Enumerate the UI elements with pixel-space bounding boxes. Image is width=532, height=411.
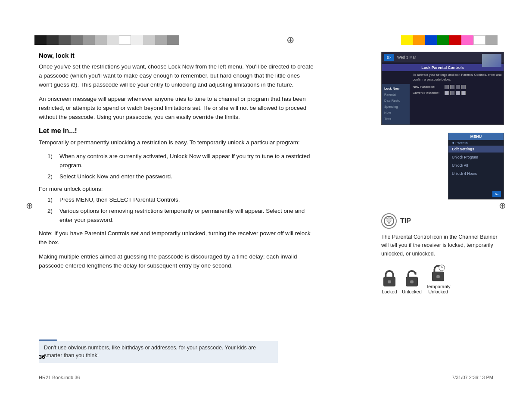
tv-logo: D> (384, 54, 394, 61)
list-num: 2) (47, 172, 59, 181)
tv-passcode-dots2 (445, 91, 466, 95)
list-num: 1) (47, 196, 59, 205)
crosshair-top: ⊕ (286, 34, 294, 46)
list-text: When any controls are currently activate… (59, 152, 314, 170)
menu-wrap: MENU ◄ Parental Edit Settings Unlock Pro… (381, 133, 504, 206)
svg-rect-15 (436, 275, 440, 278)
lightbulb-icon (383, 215, 395, 227)
tv-menu-item: Parental (383, 92, 408, 98)
list-num: 2) (47, 207, 59, 216)
locked-icon-item: Locked (381, 269, 398, 294)
menu-title-bar: MENU (448, 133, 504, 140)
section1-para1: Once you've set the restrictions you wan… (39, 62, 314, 90)
tv-left-menu: Lock Now Parental Disc Restr. Spending N… (382, 84, 410, 125)
tv-passcode-dots1 (445, 85, 466, 89)
tv-menu-item: Disc Restr. (383, 98, 408, 104)
top-bar: ⊕ (0, 34, 532, 46)
list-num: 1) (47, 152, 59, 161)
tv-dot (461, 85, 466, 89)
menu-item: Unlock Program (448, 153, 504, 162)
list-text: Press MENU, then SELECT Parental Control… (59, 196, 314, 205)
svg-rect-8 (388, 280, 391, 283)
tv-screenshot: D> Wed 3 Mar Lock Parental Controls Lock… (381, 52, 504, 125)
grayscale-swatches (34, 35, 179, 45)
svg-line-5 (386, 218, 387, 219)
svg-point-1 (387, 218, 391, 223)
tv-menu-item: Time (383, 116, 408, 122)
tip-header: TIP (381, 213, 504, 229)
tv-passcode-row1: New Passcode: (413, 85, 502, 89)
tv-passcode-label2: Current Passcode: (413, 91, 443, 95)
for-more-label: For more unlock options: (39, 186, 314, 192)
svg-rect-10 (410, 280, 414, 283)
right-panel: D> Wed 3 Mar Lock Parental Controls Lock… (381, 52, 504, 294)
main-content: Now, lock it Once you've set the restric… (39, 52, 314, 276)
tv-dot (461, 91, 466, 95)
menu-item: Unlock 4 Hours (448, 170, 504, 178)
temp-unlocked-icon-item: TemporarilyUnlocked (426, 264, 451, 294)
menu-bottom-logo: D> (492, 191, 501, 197)
border-mark-top-right (506, 47, 506, 55)
tv-thumbnail (482, 54, 501, 67)
tv-main-body: To activate your settings and lock Paren… (411, 71, 504, 125)
list-item: 1) Press MENU, then SELECT Parental Cont… (47, 196, 314, 205)
unlocked-label: Unlocked (402, 289, 422, 294)
menu-screenshot: MENU ◄ Parental Edit Settings Unlock Pro… (448, 133, 504, 199)
tv-dot (450, 91, 454, 95)
svg-rect-2 (388, 223, 390, 224)
note2-text: Making multiple entries aimed at guessin… (39, 252, 314, 271)
menu-item-list: Unlock Program Unlock All Unlock 4 Hours (448, 153, 504, 178)
tv-logo-text: Wed 3 Mar (397, 55, 416, 59)
page-number: 36 (39, 354, 45, 360)
border-mark-bot-right (506, 359, 506, 368)
tv-menu-item: Spending (383, 104, 408, 110)
list-item: 1) When any controls are currently activ… (47, 152, 314, 170)
tip-icon (381, 213, 397, 229)
unlocked-icon (404, 269, 420, 287)
tv-passcode-label1: New Passcode: (413, 85, 443, 89)
section2-list1: 1) When any controls are currently activ… (47, 152, 314, 181)
unlocked-icon-item: Unlocked (402, 269, 422, 294)
menu-back-button: ◄ Parental (448, 140, 504, 146)
svg-rect-3 (388, 224, 390, 224)
crosshair-left: ⊕ (26, 200, 33, 211)
tv-passcode-row2: Current Passcode: (413, 91, 502, 95)
temp-unlocked-label: TemporarilyUnlocked (426, 284, 451, 294)
tip-label: TIP (400, 217, 411, 225)
border-mark-bot-left (26, 359, 26, 368)
tip-text: The Parental Control icon in the Channel… (381, 233, 504, 258)
tip-box: TIP The Parental Control icon in the Cha… (381, 213, 504, 294)
footer: HR21 Book.indb 36 7/31/07 2:36:13 PM (39, 375, 493, 380)
list-item: 2) Select Unlock Now and enter the passw… (47, 172, 314, 181)
tv-dot (445, 91, 449, 95)
note-box: Don't use obvious numbers, like birthday… (39, 341, 278, 363)
temporarily-unlocked-icon (430, 264, 446, 282)
menu-selected-item: Edit Settings (448, 146, 504, 153)
tv-dot (445, 85, 449, 89)
tv-dot (456, 91, 460, 95)
note-text: Don't use obvious numbers, like birthday… (44, 345, 256, 358)
section1-para2: An onscreen message will appear whenever… (39, 95, 314, 122)
note1-text: Note: If you have Parental Controls set … (39, 229, 314, 247)
menu-item: Unlock All (448, 162, 504, 170)
list-text: Select Unlock Now and enter the password… (59, 172, 314, 181)
tv-body-text: To activate your settings and lock Paren… (413, 73, 502, 82)
section1-heading: Now, lock it (39, 52, 314, 59)
lock-icons-row: Locked Unlocked (381, 264, 504, 294)
tv-header: D> Wed 3 Mar (382, 52, 504, 62)
footer-right: 7/31/07 2:36:13 PM (452, 375, 493, 380)
section2-intro: Temporarily or permanently unlocking a r… (39, 138, 314, 147)
tv-dot (450, 85, 454, 89)
section2-heading: Let me in...! (39, 127, 314, 135)
list-text: Various options for removing restriction… (59, 207, 314, 225)
border-mark-top-left (26, 47, 26, 55)
tv-menu-item: Lock Now (383, 86, 408, 92)
color-swatches (401, 35, 498, 45)
svg-line-6 (392, 218, 392, 219)
tv-menu-item: Nuvr (383, 110, 408, 116)
list-item: 2) Various options for removing restrict… (47, 207, 314, 225)
locked-icon (381, 269, 398, 287)
locked-label: Locked (382, 289, 397, 294)
section2-list2: 1) Press MENU, then SELECT Parental Cont… (47, 196, 314, 225)
tv-dot (456, 85, 460, 89)
